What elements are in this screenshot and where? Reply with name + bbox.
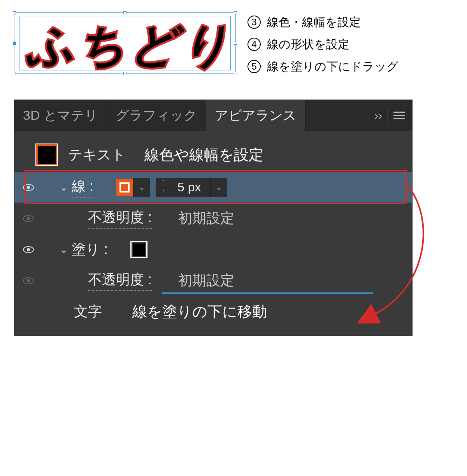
stepper-down-icon[interactable]: ˅ xyxy=(156,187,171,197)
opacity-label[interactable]: 不透明度 : xyxy=(88,270,152,291)
stroke-width-field[interactable]: 5 px xyxy=(171,178,210,197)
step-number-badge: 4 xyxy=(248,38,261,51)
visibility-toggle-icon[interactable] xyxy=(21,246,36,254)
selection-handle[interactable] xyxy=(13,72,16,75)
svg-point-7 xyxy=(27,279,30,282)
appearance-fill-row[interactable]: ⌄ 塗り : xyxy=(14,234,412,265)
target-type-label: テキスト xyxy=(68,145,126,164)
appearance-target-row[interactable]: テキスト 線色や線幅を設定 xyxy=(14,138,412,172)
tab-appearance[interactable]: アピアランス xyxy=(206,100,305,131)
selection-handle[interactable] xyxy=(234,11,237,14)
appearance-list: テキスト 線色や線幅を設定 ⌄ 線 : ⌄ ˄ ˅ 5 px ⌄ xyxy=(14,131,412,336)
sample-outlined-text[interactable]: ふちどり xyxy=(19,16,230,75)
instruction-item: 4 線の形状を設定 xyxy=(248,33,399,55)
stroke-label[interactable]: 線 : xyxy=(72,177,93,198)
text-selection-bounds: ふちどり xyxy=(14,12,236,74)
expand-toggle-icon[interactable]: ⌄ xyxy=(60,244,72,255)
selection-handle[interactable] xyxy=(13,11,16,14)
fill-opacity-row[interactable]: 不透明度 : 初期設定 xyxy=(14,265,412,296)
visibility-toggle-icon[interactable] xyxy=(21,184,36,191)
selection-handle[interactable] xyxy=(234,72,237,75)
instruction-text: 線色・線幅を設定 xyxy=(267,16,361,28)
instruction-list: 3 線色・線幅を設定 4 線の形状を設定 5 線を塗りの下にドラッグ xyxy=(248,11,399,77)
target-swatch[interactable] xyxy=(36,144,57,165)
stroke-color-dropdown-icon[interactable]: ⌄ xyxy=(133,178,150,197)
visibility-toggle-icon[interactable] xyxy=(21,215,36,222)
step-number-badge: 5 xyxy=(248,60,261,73)
tab-3d-materials[interactable]: 3D とマテリ xyxy=(14,100,107,131)
instruction-text: 線の形状を設定 xyxy=(267,38,349,51)
annotation-stroke-settings: 線色や線幅を設定 xyxy=(144,145,263,165)
stroke-width-stepper[interactable]: ˄ ˅ xyxy=(156,178,171,197)
svg-point-1 xyxy=(27,186,30,189)
annotation-move-stroke: 線を塗りの下に移動 xyxy=(132,302,267,322)
tab-graphic-styles[interactable]: グラフィック xyxy=(107,100,206,131)
text-baseline-box: ふちどり xyxy=(19,16,231,70)
instruction-item: 3 線色・線幅を設定 xyxy=(248,11,399,33)
svg-point-3 xyxy=(27,217,30,220)
expand-toggle-icon[interactable]: ⌄ xyxy=(60,182,72,193)
stroke-opacity-row[interactable]: 不透明度 : 初期設定 xyxy=(14,203,412,234)
expand-tabs-icon[interactable]: ›› xyxy=(374,109,382,122)
selection-handle[interactable] xyxy=(13,42,16,45)
instruction-text: 線を塗りの下にドラッグ xyxy=(267,60,399,73)
visibility-toggle-icon[interactable] xyxy=(21,277,36,285)
stepper-up-icon[interactable]: ˄ xyxy=(156,178,171,188)
svg-point-5 xyxy=(27,248,30,251)
opacity-value[interactable]: 初期設定 xyxy=(178,209,234,228)
divider xyxy=(388,108,388,123)
step-number-badge: 3 xyxy=(248,16,261,29)
panel-tabbar: 3D とマテリ グラフィック アピアランス ›› xyxy=(14,100,412,131)
opacity-label[interactable]: 不透明度 : xyxy=(88,208,152,229)
selection-handle[interactable] xyxy=(123,11,126,14)
characters-label: 文字 xyxy=(74,302,102,321)
stroke-width-dropdown-icon[interactable]: ⌄ xyxy=(210,178,227,197)
stroke-color-swatch[interactable] xyxy=(116,179,133,196)
appearance-panel: 3D とマテリ グラフィック アピアランス ›› テキスト 線色や線幅を設定 ⌄ xyxy=(14,100,413,336)
drop-indicator-line xyxy=(162,292,373,294)
fill-label: 塗り : xyxy=(72,240,108,259)
fill-color-swatch[interactable] xyxy=(130,241,147,258)
opacity-value[interactable]: 初期設定 xyxy=(178,271,234,290)
panel-menu-icon[interactable] xyxy=(393,110,405,121)
instruction-item: 5 線を塗りの下にドラッグ xyxy=(248,55,399,77)
appearance-stroke-row[interactable]: ⌄ 線 : ⌄ ˄ ˅ 5 px ⌄ xyxy=(14,172,412,203)
selection-handle[interactable] xyxy=(234,42,237,45)
appearance-characters-row[interactable]: 文字 線を塗りの下に移動 xyxy=(14,296,412,327)
